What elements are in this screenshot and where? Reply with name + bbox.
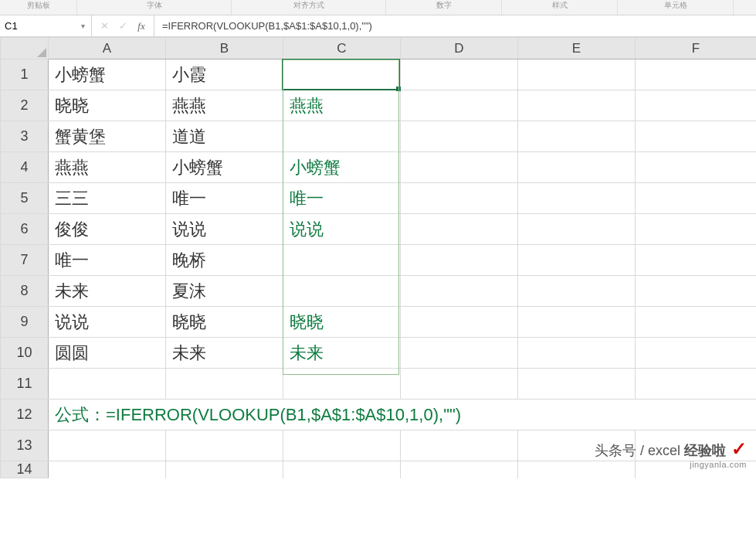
- cell-C3[interactable]: [283, 121, 401, 152]
- cell-D3[interactable]: [401, 121, 518, 152]
- cell-A8[interactable]: 未来: [49, 276, 166, 307]
- cell-E10[interactable]: [518, 338, 636, 369]
- cell-D9[interactable]: [401, 307, 518, 338]
- cell-E5[interactable]: [518, 183, 636, 214]
- cell-B13[interactable]: [166, 430, 283, 461]
- cell-A10[interactable]: 圆圆: [49, 338, 166, 369]
- cell-F6[interactable]: [636, 214, 757, 245]
- cell-F10[interactable]: [636, 338, 757, 369]
- cell-E4[interactable]: [518, 152, 636, 183]
- cell-D8[interactable]: [401, 276, 518, 307]
- cell-B6[interactable]: 说说: [166, 214, 283, 245]
- col-header-C[interactable]: C: [283, 38, 401, 60]
- cell-A4[interactable]: 燕燕: [49, 152, 166, 183]
- cancel-formula-icon[interactable]: ✕: [95, 18, 114, 35]
- cell-D4[interactable]: [401, 152, 518, 183]
- cell-A11[interactable]: [49, 369, 166, 400]
- cell-C8[interactable]: [283, 276, 401, 307]
- col-header-B[interactable]: B: [166, 38, 283, 60]
- cell-F8[interactable]: [636, 276, 757, 307]
- col-header-D[interactable]: D: [401, 38, 518, 60]
- cell-A13[interactable]: [49, 430, 166, 461]
- row-header-14[interactable]: 14: [1, 461, 49, 478]
- cell-A3[interactable]: 蟹黄堡: [49, 121, 166, 152]
- cell-D13[interactable]: [401, 430, 518, 461]
- cell-B1[interactable]: 小霞: [166, 60, 283, 90]
- cell-E11[interactable]: [518, 369, 636, 400]
- name-box-dropdown-icon[interactable]: ▾: [77, 22, 88, 30]
- cell-B3[interactable]: 道道: [166, 121, 283, 152]
- cell-B14[interactable]: [166, 461, 283, 478]
- row-header-7[interactable]: 7: [1, 245, 49, 276]
- row-header-13[interactable]: 13: [1, 430, 49, 461]
- cell-F3[interactable]: [636, 121, 757, 152]
- row-header-8[interactable]: 8: [1, 276, 49, 307]
- cell-E7[interactable]: [518, 245, 636, 276]
- cell-F2[interactable]: [636, 90, 757, 121]
- cell-E2[interactable]: [518, 90, 636, 121]
- spreadsheet-grid[interactable]: A B C D E F 1 小螃蟹 小霞 2 晓晓 燕燕 燕: [0, 37, 756, 478]
- cell-E3[interactable]: [518, 121, 636, 152]
- cell-A2[interactable]: 晓晓: [49, 90, 166, 121]
- cell-C13[interactable]: [283, 430, 401, 461]
- cell-D14[interactable]: [401, 461, 518, 478]
- cell-B5[interactable]: 唯一: [166, 183, 283, 214]
- accept-formula-icon[interactable]: ✓: [114, 18, 132, 35]
- cell-D2[interactable]: [401, 90, 518, 121]
- cell-D1[interactable]: [401, 60, 518, 90]
- cell-C4[interactable]: 小螃蟹: [283, 152, 401, 183]
- cell-F7[interactable]: [636, 245, 757, 276]
- cell-D5[interactable]: [401, 183, 518, 214]
- cell-A5[interactable]: 三三: [49, 183, 166, 214]
- row-header-9[interactable]: 9: [1, 307, 49, 338]
- cell-F4[interactable]: [636, 152, 757, 183]
- cell-D10[interactable]: [401, 338, 518, 369]
- cell-F11[interactable]: [636, 369, 757, 400]
- cell-A1[interactable]: 小螃蟹: [49, 60, 166, 90]
- cell-A6[interactable]: 俊俊: [49, 214, 166, 245]
- row-header-3[interactable]: 3: [1, 121, 49, 152]
- col-header-A[interactable]: A: [49, 38, 166, 60]
- row-header-11[interactable]: 11: [1, 369, 49, 400]
- cell-F9[interactable]: [636, 307, 757, 338]
- cell-C14[interactable]: [283, 461, 401, 478]
- cell-C2[interactable]: 燕燕: [283, 90, 401, 121]
- cell-A9[interactable]: 说说: [49, 307, 166, 338]
- cell-F1[interactable]: [636, 60, 757, 90]
- cell-A14[interactable]: [49, 461, 166, 478]
- fx-icon[interactable]: fx: [132, 18, 151, 35]
- row-header-4[interactable]: 4: [1, 152, 49, 183]
- row-header-1[interactable]: 1: [1, 60, 49, 90]
- cell-D7[interactable]: [401, 245, 518, 276]
- cell-C10[interactable]: 未来: [283, 338, 401, 369]
- cell-C6[interactable]: 说说: [283, 214, 401, 245]
- cell-E9[interactable]: [518, 307, 636, 338]
- name-box[interactable]: [0, 18, 77, 35]
- select-all-corner[interactable]: [1, 38, 49, 60]
- col-header-F[interactable]: F: [636, 38, 757, 60]
- cell-D11[interactable]: [401, 369, 518, 400]
- cell-C5[interactable]: 唯一: [283, 183, 401, 214]
- cell-A12-formula-note[interactable]: 公式：=IFERROR(VLOOKUP(B1,$A$1:$A$10,1,0),"…: [49, 400, 757, 430]
- row-header-6[interactable]: 6: [1, 214, 49, 245]
- cell-B8[interactable]: 夏沫: [166, 276, 283, 307]
- row-header-5[interactable]: 5: [1, 183, 49, 214]
- cell-A7[interactable]: 唯一: [49, 245, 166, 276]
- cell-B4[interactable]: 小螃蟹: [166, 152, 283, 183]
- cell-D6[interactable]: [401, 214, 518, 245]
- row-header-2[interactable]: 2: [1, 90, 49, 121]
- cell-B9[interactable]: 晓晓: [166, 307, 283, 338]
- cell-B10[interactable]: 未来: [166, 338, 283, 369]
- cell-B7[interactable]: 晚桥: [166, 245, 283, 276]
- cell-E1[interactable]: [518, 60, 636, 90]
- row-header-10[interactable]: 10: [1, 338, 49, 369]
- cell-E6[interactable]: [518, 214, 636, 245]
- formula-input[interactable]: [162, 20, 756, 32]
- row-header-12[interactable]: 12: [1, 400, 49, 430]
- cell-C9[interactable]: 晓晓: [283, 307, 401, 338]
- cell-F5[interactable]: [636, 183, 757, 214]
- col-header-E[interactable]: E: [518, 38, 636, 60]
- cell-C7[interactable]: [283, 245, 401, 276]
- cell-E8[interactable]: [518, 276, 636, 307]
- cell-B2[interactable]: 燕燕: [166, 90, 283, 121]
